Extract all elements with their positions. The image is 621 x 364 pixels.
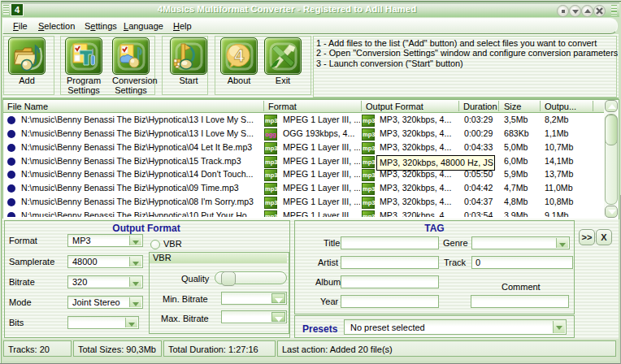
svg-text:4: 4 (234, 46, 245, 66)
